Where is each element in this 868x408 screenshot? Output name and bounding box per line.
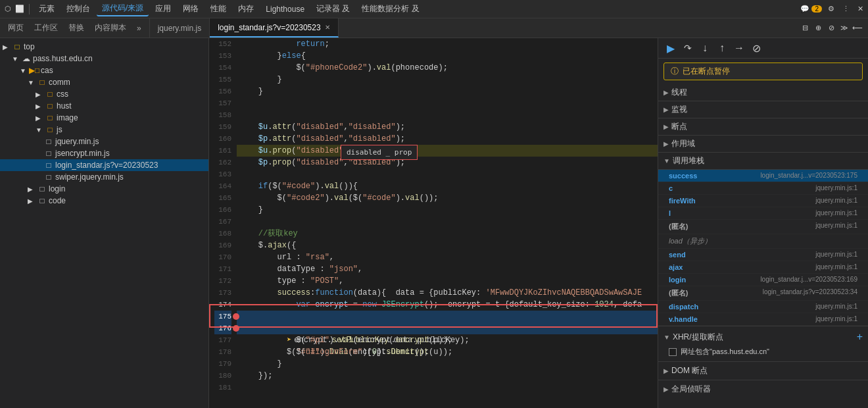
- step-button[interactable]: →: [732, 41, 746, 55]
- tree-item-css[interactable]: ▶ □ css: [0, 88, 208, 100]
- code-content[interactable]: 152 153 154 155 156 157 158 159 160 161 …: [209, 38, 658, 408]
- line-154: 154: [214, 62, 231, 74]
- tab-nav-overrides[interactable]: 替换: [63, 20, 89, 36]
- dom-header[interactable]: ▶ DOM 断点: [663, 363, 863, 378]
- menu-performance[interactable]: 性能: [205, 2, 231, 16]
- tree-item-js[interactable]: ▼ □ js: [0, 124, 208, 136]
- tree-label-login-standar: login_standar.js?v=20230523: [55, 161, 158, 170]
- menu-source[interactable]: 源代码/来源: [97, 1, 149, 16]
- tab-action-icon3[interactable]: ⊘: [826, 23, 836, 34]
- thread-label: 线程: [671, 87, 687, 98]
- line-175: 175: [214, 311, 231, 322]
- comment-icon[interactable]: 💬 2: [800, 5, 822, 13]
- menu-app[interactable]: 应用: [150, 2, 176, 16]
- listener-header[interactable]: ▶ 全局侦听器: [663, 382, 863, 397]
- callstack-item-ajax[interactable]: ajax jquery.min.js:1: [658, 261, 868, 274]
- menu-elements[interactable]: 元素: [34, 2, 60, 16]
- callstack-item-success[interactable]: success login_standar.j...v=20230523:175: [658, 170, 868, 182]
- menu-memory[interactable]: 内存: [233, 2, 259, 16]
- section-thread[interactable]: ▶ 线程: [658, 84, 868, 101]
- tree-item-pass[interactable]: ▼ ☁ pass.hust.edu.cn: [0, 53, 208, 64]
- deactivate-button[interactable]: ⊘: [749, 41, 763, 55]
- menu-lighthouse[interactable]: Lighthouse: [260, 3, 310, 15]
- code-tooltip: disabled _ prop: [341, 145, 418, 160]
- more-icon[interactable]: ⋮: [840, 4, 851, 14]
- tab-action-icon4[interactable]: ≫: [839, 23, 850, 34]
- callstack-item-vhandle[interactable]: v.handle jquery.min.js:1: [658, 313, 868, 326]
- callstack-file-ajax: jquery.min.js:1: [815, 263, 857, 271]
- tab-action-icon2[interactable]: ⊕: [813, 23, 823, 34]
- xhr-header[interactable]: ▼ XHR/提取断点 +: [663, 329, 863, 345]
- xhr-checkbox[interactable]: [669, 348, 677, 356]
- line-156: 156: [214, 86, 231, 97]
- close-icon[interactable]: ✕: [855, 4, 865, 14]
- tree-item-login[interactable]: ▶ □ login: [0, 183, 208, 195]
- code-line-152: return;: [237, 38, 658, 50]
- tab-jquery[interactable]: jquery.min.js: [150, 18, 210, 38]
- tree-item-comm[interactable]: ▼ □ comm: [0, 76, 208, 88]
- dom-section: ▶ DOM 断点: [658, 361, 868, 380]
- section-callstack[interactable]: ▼ 调用堆栈: [658, 153, 868, 170]
- callstack-item-send[interactable]: send jquery.min.js:1: [658, 249, 868, 261]
- tree-item-top[interactable]: ▶ □ top: [0, 41, 208, 53]
- tab-nav-workspace[interactable]: 工作区: [29, 20, 63, 36]
- tab-nav-content-scripts[interactable]: 内容脚本: [89, 20, 132, 36]
- settings-icon[interactable]: ⚙: [826, 4, 836, 14]
- callstack-item-load: load（异步）: [658, 234, 868, 249]
- menu-console[interactable]: 控制台: [61, 2, 95, 16]
- tree-item-image[interactable]: ▶ □ image: [0, 112, 208, 124]
- tab-action-icon5[interactable]: ⟵: [852, 23, 863, 34]
- step-into-button[interactable]: ↓: [698, 41, 712, 55]
- section-breakpoints[interactable]: ▶ 断点: [658, 118, 868, 136]
- menu-perf-insights[interactable]: 性能数据分析 及: [356, 2, 424, 16]
- tab-nav-webpage[interactable]: 网页: [3, 20, 29, 36]
- callstack-item-c[interactable]: c jquery.min.js:1: [658, 182, 868, 195]
- step-out-button[interactable]: ↑: [715, 41, 729, 55]
- callstack-item-dispatch[interactable]: dispatch jquery.min.js:1: [658, 301, 868, 313]
- tab-nav-more[interactable]: »: [132, 21, 147, 36]
- tree-label-cas: cas: [41, 66, 53, 75]
- resume-button[interactable]: ▶: [663, 41, 678, 55]
- tree-item-code[interactable]: ▶ □ code: [0, 195, 208, 207]
- callstack-name-send: send: [669, 251, 686, 259]
- xhr-add-button[interactable]: +: [857, 331, 863, 343]
- line-157: 157: [214, 97, 231, 109]
- callstack-name-anon1: (匿名): [669, 222, 688, 232]
- tree-arrow-image: ▶: [36, 115, 43, 122]
- tree-item-jquery-min[interactable]: □ jquery.min.js: [0, 136, 208, 147]
- tree-item-jsencrypt[interactable]: □ jsencrypt.min.js: [0, 147, 208, 159]
- tab-close-button[interactable]: ✕: [325, 24, 330, 31]
- tree-item-hust[interactable]: ▶ □ hust: [0, 100, 208, 112]
- code-line-159: $u.attr("disabled","disabled");: [237, 121, 658, 133]
- dom-arrow: ▶: [663, 367, 669, 374]
- tab-login-standar[interactable]: login_standar.js?v=20230523 ✕: [210, 18, 338, 38]
- tree-item-swiper[interactable]: □ swiper.jquery.min.js: [0, 171, 208, 183]
- callstack-item-anon1[interactable]: (匿名) jquery.min.js:1: [658, 220, 868, 234]
- callstack-item-anon2[interactable]: (匿名) login_standar.js?v=20230523:34: [658, 286, 868, 301]
- file-tabs: jquery.min.js login_standar.js?v=2023052…: [150, 18, 794, 38]
- tree-item-cas[interactable]: ▼ ▶□ cas: [0, 64, 208, 76]
- step-over-button[interactable]: ↷: [681, 41, 695, 55]
- watch-arrow: ▶: [663, 106, 669, 113]
- menu-network[interactable]: 网络: [178, 2, 204, 16]
- callstack-file-anon2: login_standar.js?v=20230523:34: [763, 288, 857, 298]
- menu-recorder[interactable]: 记录器 及: [311, 2, 355, 16]
- file-icon-jsencrypt: □: [43, 149, 54, 158]
- tree-arrow-comm: ▼: [28, 79, 36, 86]
- callstack-item-login[interactable]: login login_standar.j...v=20230523:169: [658, 274, 868, 286]
- callstack-item-l[interactable]: l jquery.min.js:1: [658, 207, 868, 220]
- folder-icon-css: □: [45, 89, 55, 99]
- code-line-163: [237, 168, 658, 180]
- file-tree[interactable]: ▶ □ top ▼ ☁ pass.hust.edu.cn ▼ ▶□ cas ▼ …: [0, 38, 209, 408]
- tab-action-icon1[interactable]: ⊟: [800, 23, 810, 34]
- section-watch[interactable]: ▶ 监视: [658, 101, 868, 118]
- inspect-icon[interactable]: ⬜: [14, 4, 25, 14]
- section-scope[interactable]: ▶ 作用域: [658, 136, 868, 153]
- line-168: 168: [214, 228, 231, 240]
- code-line-170: url : "rsa",: [237, 251, 658, 263]
- line-174: 174: [214, 299, 231, 311]
- tree-item-login-standar[interactable]: □ login_standar.js?v=20230523: [0, 159, 208, 171]
- scope-label: 作用域: [671, 138, 695, 149]
- callstack-item-firewith[interactable]: fireWith jquery.min.js:1: [658, 195, 868, 207]
- line-176: 176: [214, 322, 231, 334]
